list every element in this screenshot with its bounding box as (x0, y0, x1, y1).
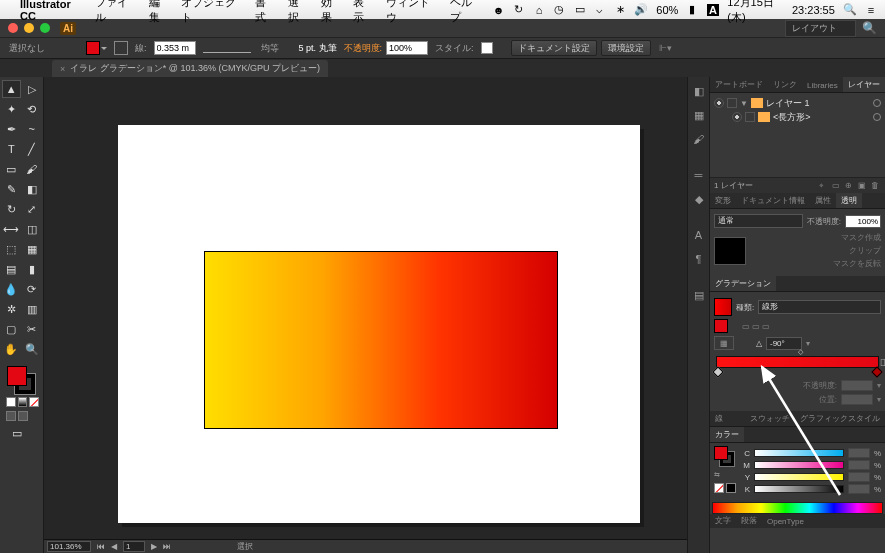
gradient-midpoint[interactable]: ◇ (798, 348, 803, 356)
blend-tool[interactable]: ⟳ (23, 280, 42, 298)
gradient-type-select[interactable]: 線形 (758, 300, 881, 314)
nav-first-icon[interactable]: ⏮ (97, 542, 105, 551)
black-swatch[interactable] (726, 483, 736, 493)
tab-attributes[interactable]: 属性 (810, 193, 836, 208)
tab-stroke[interactable]: 線 (710, 411, 728, 426)
menu-view[interactable]: 表示 (353, 0, 374, 25)
tab-docinfo[interactable]: ドキュメント情報 (736, 193, 810, 208)
mask-thumbnail[interactable] (714, 237, 746, 265)
new-sublayer-icon[interactable]: ⊕ (845, 181, 855, 191)
mesh-tool[interactable]: ▤ (2, 260, 21, 278)
tab-gradient[interactable]: グラデーション (710, 276, 776, 291)
symbol-sprayer-tool[interactable]: ✲ (2, 300, 21, 318)
none-swatch[interactable] (714, 483, 724, 493)
make-mask-button[interactable]: マスク作成 (750, 232, 881, 243)
rectangle-tool[interactable]: ▭ (2, 160, 21, 178)
tab-paragraph[interactable]: 段落 (736, 513, 762, 528)
gradient-tool[interactable]: ▮ (23, 260, 42, 278)
delete-layer-icon[interactable]: 🗑 (871, 181, 881, 191)
target-icon[interactable] (873, 99, 881, 107)
locate-icon[interactable]: ⌖ (819, 181, 829, 191)
tab-transparency[interactable]: 透明 (836, 193, 862, 208)
tab-character[interactable]: 文字 (710, 513, 736, 528)
new-layer-icon[interactable]: ▣ (858, 181, 868, 191)
perspective-tool[interactable]: ▦ (23, 240, 42, 258)
c-value[interactable] (848, 448, 870, 458)
y-value[interactable] (848, 472, 870, 482)
eyedropper-tool[interactable]: 💧 (2, 280, 21, 298)
menu-object[interactable]: オブジェクト (181, 0, 243, 25)
gradient-mode-icon[interactable] (18, 397, 28, 407)
window-close-button[interactable] (8, 23, 18, 33)
artboard-tool[interactable]: ▢ (2, 320, 21, 338)
draw-behind-icon[interactable] (18, 411, 28, 421)
zoom-input[interactable] (47, 541, 91, 552)
layer-name[interactable]: <長方形> (773, 111, 811, 124)
menu-type[interactable]: 書式 (255, 0, 276, 25)
artboard-nav-input[interactable] (123, 541, 145, 552)
gradient-fill-swatch[interactable] (714, 319, 728, 333)
window-maximize-button[interactable] (40, 23, 50, 33)
gradient-stop-start[interactable] (712, 366, 723, 377)
document-tab[interactable]: × イラレ グラデーション* @ 101.36% (CMYK/GPU プレビュー… (52, 60, 328, 77)
menu-edit[interactable]: 編集 (149, 0, 170, 25)
stroke-style-picker[interactable] (203, 43, 251, 53)
stroke-swatch[interactable] (114, 41, 128, 55)
disclose-icon[interactable]: ▼ (740, 99, 748, 108)
fill-color-indicator[interactable] (714, 446, 728, 460)
graph-tool[interactable]: ▥ (23, 300, 42, 318)
m-slider[interactable] (754, 461, 844, 469)
k-value[interactable] (848, 484, 870, 494)
style-swatch[interactable] (481, 42, 493, 54)
paintbrush-tool[interactable]: 🖌 (23, 160, 42, 178)
layer-row[interactable]: <長方形> (714, 110, 881, 124)
color-mode-icon[interactable] (6, 397, 16, 407)
m-value[interactable] (848, 460, 870, 470)
make-clip-icon[interactable]: ▭ (832, 181, 842, 191)
paragraph-panel-icon[interactable]: ¶ (689, 249, 709, 269)
free-transform-tool[interactable]: ◫ (23, 220, 42, 238)
eraser-tool[interactable]: ◧ (23, 180, 42, 198)
scale-tool[interactable]: ⤢ (23, 200, 42, 218)
workspace-switcher[interactable]: レイアウト (785, 20, 856, 37)
swatches-panel-icon[interactable]: ▦ (689, 105, 709, 125)
spotlight-icon[interactable]: 🔍 (843, 3, 857, 16)
stop-location-input[interactable] (841, 394, 873, 405)
hand-tool[interactable]: ✋ (2, 340, 21, 358)
tab-opentype[interactable]: OpenType (762, 515, 809, 528)
brush-picker[interactable]: 5 pt. 丸筆 (296, 42, 340, 55)
app-menu[interactable]: Illustrator CC (20, 0, 85, 22)
fill-swatch[interactable] (86, 41, 100, 55)
target-icon[interactable] (873, 113, 881, 121)
align-icon[interactable]: ⊩▾ (659, 43, 672, 53)
shape-builder-tool[interactable]: ⬚ (2, 240, 21, 258)
stroke-gradient-icons[interactable]: ▭ ▭ ▭ (742, 322, 770, 331)
y-slider[interactable] (754, 473, 844, 481)
search-icon[interactable]: 🔍 (862, 21, 877, 35)
menu-effect[interactable]: 効果 (321, 0, 342, 25)
tab-graphic-styles[interactable]: グラフィックスタイル (795, 411, 885, 426)
screen-mode-icon[interactable]: ▭ (7, 424, 27, 442)
draw-normal-icon[interactable] (6, 411, 16, 421)
gradient-preview[interactable] (714, 298, 732, 316)
tab-layers[interactable]: レイヤー (843, 77, 885, 92)
fill-color-indicator[interactable] (7, 366, 27, 386)
tab-artboards[interactable]: アートボード (710, 77, 768, 92)
curvature-tool[interactable]: ~ (23, 120, 42, 138)
rectangle-object[interactable] (204, 251, 558, 429)
k-slider[interactable] (754, 485, 844, 493)
magic-wand-tool[interactable]: ✦ (2, 100, 21, 118)
opacity-input[interactable] (845, 215, 881, 228)
tab-links[interactable]: リンク (768, 77, 802, 92)
fill-stroke-indicator[interactable]: ▭ (1, 363, 42, 446)
color-panel-icon[interactable]: ◧ (689, 81, 709, 101)
reverse-gradient-icon[interactable]: ▦ (714, 336, 734, 350)
layer-name[interactable]: レイヤー 1 (766, 97, 810, 110)
tab-libraries[interactable]: Libraries (802, 79, 843, 92)
visibility-icon[interactable] (732, 112, 742, 122)
slice-tool[interactable]: ✂ (23, 320, 42, 338)
opacity-input[interactable] (386, 41, 428, 55)
stroke-width-input[interactable] (154, 41, 196, 55)
gradient-annotator-icon[interactable]: ◫ (880, 357, 885, 367)
window-minimize-button[interactable] (24, 23, 34, 33)
